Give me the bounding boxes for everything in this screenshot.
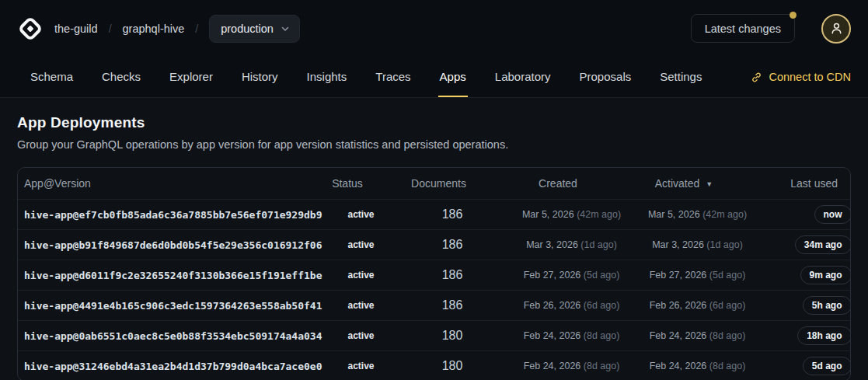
status-cell: active xyxy=(322,330,400,341)
tab[interactable]: Traces xyxy=(374,57,412,97)
column-header-documents[interactable]: Documents xyxy=(386,177,491,190)
tab[interactable]: Schema xyxy=(29,57,75,97)
column-header-status[interactable]: Status xyxy=(309,177,386,190)
last-used-badge: 5d ago xyxy=(803,357,851,375)
hive-logo-icon[interactable] xyxy=(17,16,44,42)
documents-cell: 186 xyxy=(400,268,505,282)
sort-caret-down-icon: ▼ xyxy=(706,180,713,188)
app-version-cell[interactable]: hive-app@ef7cb0fb85ada6c36a7885bb7e56ef0… xyxy=(24,209,322,221)
chevron-down-icon xyxy=(281,24,290,33)
table-row[interactable]: hive-app@d6011f9c2e32655240f3130b366e15f… xyxy=(18,260,850,290)
last-used-badge: 34m ago xyxy=(795,235,851,254)
table-row[interactable]: hive-app@b91f849687de6d0bd0b54f5e29e356c… xyxy=(18,229,850,260)
created-date: Mar 5, 2026 xyxy=(522,209,574,220)
breadcrumb-project[interactable]: graphql-hive xyxy=(123,23,185,35)
tab[interactable]: Proposals xyxy=(578,57,633,97)
status-cell: active xyxy=(322,361,400,371)
app-version-cell[interactable]: hive-app@31246ebd4a31ea2b4d1d37b799d0a4b… xyxy=(24,361,322,372)
created-cell: Feb 24, 2026 (8d ago) xyxy=(505,361,639,371)
activated-relative: (1d ago) xyxy=(706,239,743,250)
last-used-cell: 34m ago xyxy=(757,235,851,254)
target-selector-label: production xyxy=(221,23,274,35)
created-date: Feb 26, 2026 xyxy=(524,300,581,311)
activated-date: Feb 27, 2026 xyxy=(650,270,707,281)
created-date: Feb 27, 2026 xyxy=(524,270,581,281)
last-used-cell: 9m ago xyxy=(757,266,851,284)
tab[interactable]: History xyxy=(240,57,280,97)
last-used-cell: 18h ago xyxy=(757,326,851,345)
table-row[interactable]: hive-app@4491e4b165c906c3edc1597364263e5… xyxy=(18,290,850,320)
table-row[interactable]: hive-app@ef7cb0fb85ada6c36a7885bb7e56ef0… xyxy=(18,199,850,229)
breadcrumb-org[interactable]: the-guild xyxy=(54,23,98,35)
app-version-cell[interactable]: hive-app@0ab6551c0aec8c5e0b88f3534ebc509… xyxy=(24,330,322,342)
created-cell: Feb 24, 2026 (8d ago) xyxy=(505,330,639,341)
created-cell: Mar 3, 2026 (1d ago) xyxy=(505,239,639,250)
activated-cell: Feb 27, 2026 (5d ago) xyxy=(639,270,757,281)
activated-date: Feb 24, 2026 xyxy=(650,330,707,341)
activated-cell: Mar 3, 2026 (1d ago) xyxy=(639,239,757,250)
activated-cell: Feb 24, 2026 (8d ago) xyxy=(639,330,757,341)
activated-relative: (8d ago) xyxy=(709,330,746,341)
top-bar: the-guild / graphql-hive / production La… xyxy=(0,0,868,57)
documents-cell: 180 xyxy=(400,329,505,343)
table-header-row: App@Version Status Documents Created Act… xyxy=(18,168,850,199)
table-row[interactable]: hive-app@31246ebd4a31ea2b4d1d37b799d0a4b… xyxy=(18,350,850,380)
last-used-cell: 5d ago xyxy=(757,357,851,375)
last-used-badge: 18h ago xyxy=(797,326,851,345)
link-icon xyxy=(751,71,762,83)
column-header-activated[interactable]: Activated▼ xyxy=(625,177,743,190)
connect-to-cdn-label: Connect to CDN xyxy=(769,71,851,83)
created-date: Mar 3, 2026 xyxy=(526,239,578,250)
documents-cell: 186 xyxy=(400,207,505,221)
connect-to-cdn-link[interactable]: Connect to CDN xyxy=(751,57,851,97)
documents-cell: 180 xyxy=(400,359,505,373)
tab[interactable]: Laboratory xyxy=(493,57,553,97)
activated-relative: (42m ago) xyxy=(702,209,747,220)
column-header-last-used[interactable]: Last used xyxy=(743,177,838,190)
app-version-cell[interactable]: hive-app@d6011f9c2e32655240f3130b366e15f… xyxy=(24,270,322,281)
latest-changes-label: Latest changes xyxy=(705,23,781,35)
column-header-created[interactable]: Created xyxy=(491,177,625,190)
tab[interactable]: Insights xyxy=(305,57,349,97)
user-avatar[interactable] xyxy=(821,14,851,44)
last-used-badge: 9m ago xyxy=(800,266,852,284)
tab[interactable]: Explorer xyxy=(168,57,214,97)
column-header-app-version[interactable]: App@Version xyxy=(24,177,309,190)
activated-cell: Feb 26, 2026 (6d ago) xyxy=(639,300,757,311)
created-date: Feb 24, 2026 xyxy=(524,361,581,371)
activated-date: Feb 24, 2026 xyxy=(650,361,707,371)
last-used-cell: now xyxy=(757,205,851,224)
target-selector[interactable]: production xyxy=(209,15,300,43)
activated-relative: (6d ago) xyxy=(709,300,746,311)
last-used-badge: 5h ago xyxy=(803,296,851,315)
tab-bar: SchemaChecksExplorerHistoryInsightsTrace… xyxy=(0,57,868,98)
created-cell: Feb 27, 2026 (5d ago) xyxy=(505,270,639,281)
page-description: Group your GraphQL operations by app ver… xyxy=(17,138,851,151)
tab[interactable]: Apps xyxy=(438,57,468,97)
latest-changes-button[interactable]: Latest changes xyxy=(691,14,795,43)
table-row[interactable]: hive-app@0ab6551c0aec8c5e0b88f3534ebc509… xyxy=(18,320,850,350)
created-date: Feb 24, 2026 xyxy=(524,330,581,341)
status-cell: active xyxy=(322,209,400,220)
app-deployments-table: App@Version Status Documents Created Act… xyxy=(17,167,851,380)
main-content: App Deployments Group your GraphQL opera… xyxy=(0,98,868,380)
app-version-cell[interactable]: hive-app@4491e4b165c906c3edc1597364263e5… xyxy=(24,300,322,312)
status-cell: active xyxy=(322,239,400,250)
activated-date: Mar 5, 2026 xyxy=(648,209,700,220)
notification-dot xyxy=(790,12,797,19)
created-cell: Feb 26, 2026 (6d ago) xyxy=(505,300,639,311)
created-relative: (6d ago) xyxy=(584,300,620,311)
created-cell: Mar 5, 2026 (42m ago) xyxy=(505,209,639,220)
last-used-cell: 5h ago xyxy=(757,296,851,315)
tabs: SchemaChecksExplorerHistoryInsightsTrace… xyxy=(29,57,703,97)
user-icon xyxy=(829,21,844,36)
documents-cell: 186 xyxy=(400,238,505,252)
last-used-badge: now xyxy=(814,205,851,224)
tab[interactable]: Checks xyxy=(100,57,142,97)
activated-date: Feb 26, 2026 xyxy=(650,300,707,311)
page-title: App Deployments xyxy=(17,114,851,131)
breadcrumb-separator: / xyxy=(195,23,198,35)
tab[interactable]: Settings xyxy=(658,57,703,97)
created-relative: (1d ago) xyxy=(580,239,617,250)
app-version-cell[interactable]: hive-app@b91f849687de6d0bd0b54f5e29e356c… xyxy=(24,239,322,251)
